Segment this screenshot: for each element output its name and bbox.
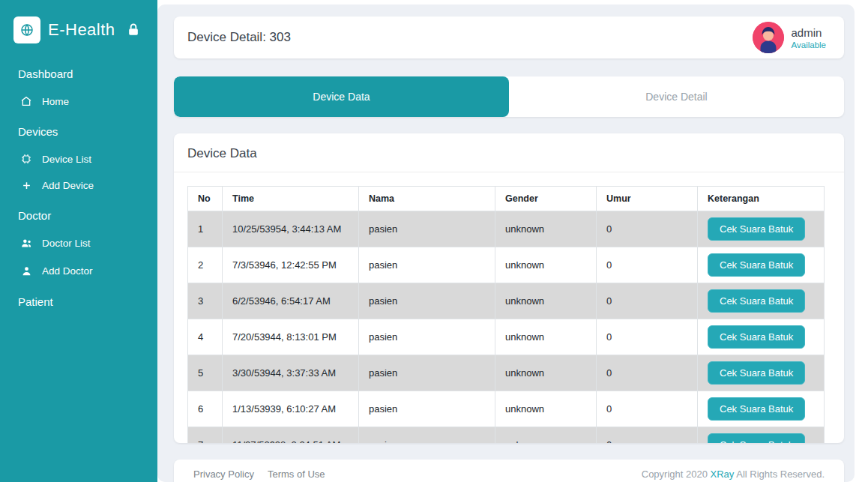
sidebar-item-label: Doctor List bbox=[42, 238, 91, 249]
content-area: Device Detail: 303 admin Available bbox=[157, 4, 855, 482]
cell-umur: 0 bbox=[597, 247, 698, 283]
cell-gender: unknown bbox=[495, 427, 597, 444]
chip-icon bbox=[19, 153, 33, 165]
cek-suara-batuk-button[interactable]: Cek Suara Batuk bbox=[708, 253, 805, 277]
user-status: Available bbox=[792, 40, 826, 49]
cek-suara-batuk-button[interactable]: Cek Suara Batuk bbox=[708, 361, 805, 385]
device-table-wrap: No Time Nama Gender Umur Keterangan 1 10… bbox=[174, 172, 844, 443]
col-header-gender: Gender bbox=[495, 187, 597, 211]
table-row: 5 3/30/53944, 3:37:33 AM pasien unknown … bbox=[188, 355, 825, 391]
copyright-prefix: Copyright 2020 bbox=[642, 469, 711, 480]
brand-name: E-Health bbox=[48, 20, 115, 40]
device-data-panel: Device Data No Time Nama Gender bbox=[174, 133, 844, 443]
user-menu[interactable]: admin Available bbox=[753, 22, 826, 53]
main: Device Detail: 303 admin Available bbox=[157, 0, 868, 482]
col-header-keterangan: Keterangan bbox=[698, 187, 825, 211]
cell-no: 3 bbox=[188, 283, 223, 319]
user-info: admin Available bbox=[792, 26, 826, 49]
cell-no: 2 bbox=[188, 247, 223, 283]
cell-keterangan: Cek Suara Batuk bbox=[698, 319, 825, 355]
cell-gender: unknown bbox=[495, 211, 597, 247]
col-header-umur: Umur bbox=[597, 187, 698, 211]
table-row: 6 1/13/53939, 6:10:27 AM pasien unknown … bbox=[188, 391, 825, 427]
cell-nama: pasien bbox=[359, 247, 495, 283]
cell-time: 11/27/53938, 3:24:51 AM bbox=[223, 427, 359, 444]
cell-time: 7/3/53946, 12:42:55 PM bbox=[223, 247, 359, 283]
panel-title: Device Data bbox=[174, 133, 844, 172]
cell-umur: 0 bbox=[597, 283, 698, 319]
sidebar-group-patient: Patient bbox=[0, 285, 157, 316]
logo-globe-icon bbox=[13, 16, 40, 43]
cell-umur: 0 bbox=[597, 391, 698, 427]
cek-suara-batuk-button[interactable]: Cek Suara Batuk bbox=[708, 433, 805, 443]
tab-bar: Device Data Device Detail bbox=[174, 76, 844, 117]
doctors-icon bbox=[19, 237, 33, 250]
cell-no: 4 bbox=[188, 319, 223, 355]
page-header: Device Detail: 303 admin Available bbox=[174, 16, 844, 58]
cell-no: 5 bbox=[188, 355, 223, 391]
table-row: 3 6/2/53946, 6:54:17 AM pasien unknown 0… bbox=[188, 283, 825, 319]
page-title: Device Detail: 303 bbox=[187, 30, 291, 45]
cell-keterangan: Cek Suara Batuk bbox=[698, 211, 825, 247]
sidebar-item-doctor-list[interactable]: Doctor List bbox=[0, 229, 157, 257]
device-table-body: 1 10/25/53954, 3:44:13 AM pasien unknown… bbox=[188, 211, 825, 444]
copyright-suffix: All Rights Reserved. bbox=[734, 469, 825, 480]
cell-umur: 0 bbox=[597, 319, 698, 355]
cell-gender: unknown bbox=[495, 355, 597, 391]
table-row: 1 10/25/53954, 3:44:13 AM pasien unknown… bbox=[188, 211, 825, 247]
sidebar-item-home[interactable]: Home bbox=[0, 88, 157, 115]
cell-time: 7/20/53944, 8:13:01 PM bbox=[223, 319, 359, 355]
table-row: 7 11/27/53938, 3:24:51 AM pasien unknown… bbox=[188, 427, 825, 444]
table-row: 4 7/20/53944, 8:13:01 PM pasien unknown … bbox=[188, 319, 825, 355]
cell-no: 6 bbox=[188, 391, 223, 427]
lock-icon bbox=[126, 22, 141, 37]
terms-of-use-link[interactable]: Terms of Use bbox=[268, 469, 325, 480]
cell-keterangan: Cek Suara Batuk bbox=[698, 391, 825, 427]
device-table: No Time Nama Gender Umur Keterangan 1 10… bbox=[187, 186, 825, 443]
copyright-text: Copyright 2020 XRay All Rights Reserved. bbox=[642, 469, 825, 480]
tab-device-data[interactable]: Device Data bbox=[174, 76, 509, 117]
privacy-policy-link[interactable]: Privacy Policy bbox=[193, 469, 254, 480]
cell-time: 10/25/53954, 3:44:13 AM bbox=[223, 211, 359, 247]
user-name: admin bbox=[792, 26, 826, 39]
sidebar-item-label: Home bbox=[42, 96, 69, 107]
cell-keterangan: Cek Suara Batuk bbox=[698, 283, 825, 319]
cell-time: 6/2/53946, 6:54:17 AM bbox=[223, 283, 359, 319]
cell-keterangan: Cek Suara Batuk bbox=[698, 247, 825, 283]
cell-time: 3/30/53944, 3:37:33 AM bbox=[223, 355, 359, 391]
cek-suara-batuk-button[interactable]: Cek Suara Batuk bbox=[708, 397, 805, 421]
footer-links: Privacy Policy Terms of Use bbox=[193, 469, 325, 480]
cell-nama: pasien bbox=[359, 283, 495, 319]
cell-keterangan: Cek Suara Batuk bbox=[698, 355, 825, 391]
person-icon bbox=[19, 265, 33, 277]
home-icon bbox=[19, 95, 33, 107]
tab-device-detail[interactable]: Device Detail bbox=[509, 76, 844, 117]
cell-umur: 0 bbox=[597, 355, 698, 391]
sidebar: E-Health Dashboard Home Devices bbox=[0, 0, 157, 482]
cell-umur: 0 bbox=[597, 427, 698, 444]
cek-suara-batuk-button[interactable]: Cek Suara Batuk bbox=[708, 217, 805, 241]
cell-keterangan: Cek Suara Batuk bbox=[698, 427, 825, 444]
cek-suara-batuk-button[interactable]: Cek Suara Batuk bbox=[708, 289, 805, 313]
cek-suara-batuk-button[interactable]: Cek Suara Batuk bbox=[708, 325, 805, 349]
app-root: E-Health Dashboard Home Devices bbox=[0, 0, 868, 482]
col-header-time: Time bbox=[223, 187, 359, 211]
table-header-row: No Time Nama Gender Umur Keterangan bbox=[188, 187, 825, 211]
cell-nama: pasien bbox=[359, 391, 495, 427]
cell-gender: unknown bbox=[495, 319, 597, 355]
sidebar-group-devices: Devices bbox=[0, 115, 157, 145]
sidebar-item-add-doctor[interactable]: Add Doctor bbox=[0, 257, 157, 285]
sidebar-item-add-device[interactable]: Add Device bbox=[0, 172, 157, 199]
cell-time: 1/13/53939, 6:10:27 AM bbox=[223, 391, 359, 427]
cell-no: 7 bbox=[188, 427, 223, 444]
col-header-nama: Nama bbox=[359, 187, 495, 211]
cell-no: 1 bbox=[188, 211, 223, 247]
sidebar-item-label: Add Doctor bbox=[42, 265, 93, 277]
col-header-no: No bbox=[188, 187, 223, 211]
sidebar-item-device-list[interactable]: Device List bbox=[0, 145, 157, 172]
cell-nama: pasien bbox=[359, 319, 495, 355]
footer: Privacy Policy Terms of Use Copyright 20… bbox=[174, 460, 844, 482]
sidebar-item-label: Device List bbox=[42, 154, 91, 165]
cell-nama: pasien bbox=[359, 355, 495, 391]
avatar bbox=[753, 22, 784, 53]
